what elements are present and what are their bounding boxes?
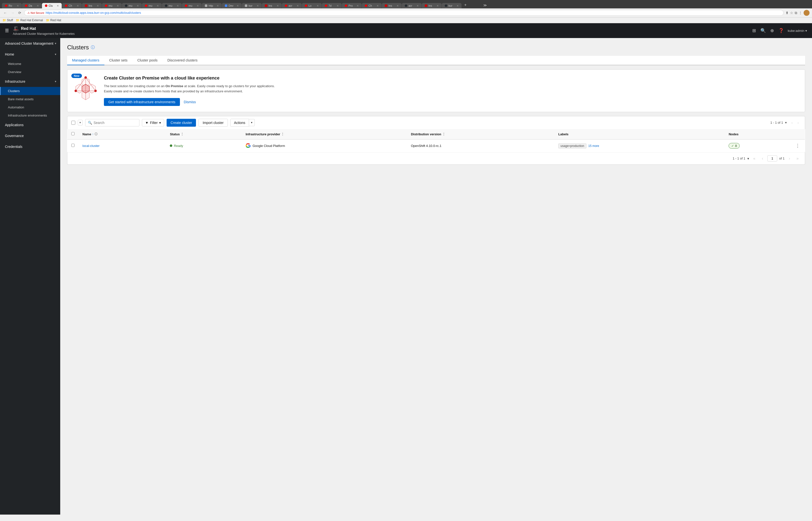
browser-tab[interactable]: Lo✕ xyxy=(302,3,321,8)
browser-tab[interactable]: Ins✕ xyxy=(262,3,282,8)
refresh-button[interactable]: ⟳ xyxy=(17,10,22,15)
row-checkbox[interactable] xyxy=(71,144,74,147)
select-all-checkbox[interactable] xyxy=(71,121,75,125)
browser-tab[interactable]: mu✕ xyxy=(122,3,142,8)
browser-tab[interactable]: mu✕ xyxy=(102,3,122,8)
search-nav-icon[interactable]: 🔍 xyxy=(760,28,766,33)
th-provider-options[interactable]: ⋮ xyxy=(281,132,284,136)
search-input[interactable] xyxy=(94,121,137,125)
banner-body-1: The best solution for creating cluster o… xyxy=(104,84,165,88)
actions-button[interactable]: Actions xyxy=(230,119,249,127)
sidebar-nav-label: Advanced Cluster Management xyxy=(5,42,53,45)
sidebar-item-bare-metal[interactable]: Bare metal assets xyxy=(0,95,60,103)
cluster-name-link[interactable]: local-cluster xyxy=(82,144,99,148)
brand-subtitle: Advanced Cluster Management for Kubernet… xyxy=(13,32,74,36)
sidebar-item-automation[interactable]: Automation xyxy=(0,103,60,111)
sidebar-governance-header[interactable]: Governance xyxy=(0,130,60,141)
sidebar: Advanced Cluster Management ▾ Home ▾ Wel… xyxy=(0,38,60,515)
bookmark-redhat[interactable]: 📁 Red Hat xyxy=(46,19,61,22)
label-more[interactable]: 15 more xyxy=(588,144,599,148)
bottom-toolbar: 1 - 1 of 1 ▾ « ‹ of 1 › » xyxy=(67,152,805,165)
browser-tab[interactable]: Dev✕ xyxy=(222,3,242,8)
page-title: Clusters xyxy=(67,44,89,51)
share-icon[interactable]: ⬆ xyxy=(786,11,789,15)
plus-circle-icon[interactable]: ⊕ xyxy=(770,28,774,33)
col-options-icon[interactable]: ⓘ xyxy=(95,132,97,136)
sort-icon[interactable]: ↑ xyxy=(92,133,94,136)
more-tools-icon[interactable]: ⋮ xyxy=(799,11,802,15)
tab-discovered-clusters[interactable]: Discovered clusters xyxy=(162,56,202,65)
browser-tab-active[interactable]: Clu✕ xyxy=(42,3,62,8)
tab-cluster-pools[interactable]: Cluster pools xyxy=(132,56,162,65)
sidebar-automation-label: Automation xyxy=(8,106,24,109)
import-cluster-button[interactable]: Import cluster xyxy=(198,119,228,127)
create-cluster-button[interactable]: Create cluster xyxy=(167,119,196,127)
browser-tab[interactable]: Ro✕ xyxy=(2,3,22,8)
th-distribution-options[interactable]: ⋮ xyxy=(442,132,445,136)
profile-icon[interactable] xyxy=(804,10,810,16)
browser-tab[interactable]: http✕ xyxy=(202,3,222,8)
page-help-icon[interactable]: ⓘ xyxy=(91,45,95,50)
filter-button[interactable]: ▼ Filter ▾ xyxy=(142,119,164,127)
row-menu-button[interactable]: ⋮ xyxy=(794,142,801,149)
bookmark-stuff[interactable]: 📁 Stuff xyxy=(2,19,13,22)
browser-tab[interactable]: Ins✕ xyxy=(382,3,402,8)
extensions-icon[interactable]: ⧉ xyxy=(795,11,797,15)
browser-tab[interactable]: mu✕ xyxy=(182,3,201,8)
browser-tab[interactable]: Ins✕ xyxy=(82,3,102,8)
sidebar-applications-header[interactable]: Applications xyxy=(0,119,60,130)
next-page-button[interactable]: › xyxy=(795,119,801,126)
actions-caret-button[interactable]: ▾ xyxy=(249,119,255,126)
pagination-dropdown-icon[interactable]: ▾ xyxy=(785,121,787,124)
browser-tab[interactable]: Ch✕ xyxy=(362,3,382,8)
sidebar-item-clusters[interactable]: Clusters xyxy=(0,87,60,95)
th-status-options[interactable]: ⋮ xyxy=(181,132,184,136)
browser-tab[interactable]: bur✕ xyxy=(442,3,461,8)
browser-tab[interactable]: Ins✕ xyxy=(422,3,441,8)
prev-page-button[interactable]: ‹ xyxy=(789,119,795,126)
hamburger-menu[interactable]: ☰ xyxy=(5,28,9,33)
browser-tab[interactable]: Pro✕ xyxy=(342,3,362,8)
first-page-button[interactable]: « xyxy=(751,155,758,162)
th-status: Status ⋮ xyxy=(166,129,242,139)
header-checkbox[interactable] xyxy=(71,132,74,135)
sidebar-item-welcome[interactable]: Welcome xyxy=(0,60,60,68)
address-bar[interactable]: ⚠ Not Secure https://multicloud-console.… xyxy=(24,10,784,16)
star-icon[interactable]: ☆ xyxy=(790,11,793,15)
browser-tab[interactable]: Da✕ xyxy=(22,3,42,8)
browser-tab[interactable]: mu✕ xyxy=(142,3,162,8)
help-icon[interactable]: ❓ xyxy=(779,28,784,33)
page-number-input[interactable] xyxy=(767,155,777,161)
forward-button[interactable]: → xyxy=(10,10,15,15)
bookmark-redhat-external[interactable]: 📁 Red Hat External xyxy=(16,19,43,22)
back-button[interactable]: ← xyxy=(2,10,8,15)
get-started-button[interactable]: Get started with infrastructure environm… xyxy=(104,98,180,106)
sidebar-item-home[interactable]: Home ▾ xyxy=(0,49,60,60)
grid-icon[interactable]: ⊞ xyxy=(752,28,756,33)
prev-page-button-bottom[interactable]: ‹ xyxy=(760,155,765,162)
browser-tab[interactable]: acr✕ xyxy=(402,3,422,8)
browser-tab[interactable]: bur✕ xyxy=(242,3,262,8)
browser-tab[interactable]: acr✕ xyxy=(282,3,302,8)
user-menu[interactable]: kube:admin ▾ xyxy=(788,29,807,32)
tab-overflow[interactable]: ≫ xyxy=(482,2,488,8)
browser-tab[interactable]: mu✕ xyxy=(162,3,182,8)
tab-cluster-sets[interactable]: Cluster sets xyxy=(104,56,133,65)
provider-name: Google Cloud Platform xyxy=(253,144,285,148)
sidebar-item-infra-env[interactable]: Infrastructure environments xyxy=(0,111,60,119)
app-wrapper: ☰ 🎩 Red Hat Advanced Cluster Management … xyxy=(0,23,812,515)
sidebar-item-overview[interactable]: Overview xyxy=(0,68,60,76)
browser-tab[interactable]: Ch✕ xyxy=(62,3,82,8)
dismiss-button[interactable]: Dismiss xyxy=(184,100,196,104)
browser-tab[interactable]: 7d✕ xyxy=(322,3,341,8)
last-page-button[interactable]: » xyxy=(794,155,801,162)
tab-managed-clusters[interactable]: Managed clusters xyxy=(67,56,104,65)
next-page-button-bottom[interactable]: › xyxy=(787,155,792,162)
bottom-pagination-dropdown-icon[interactable]: ▾ xyxy=(747,157,749,160)
sidebar-nav-header[interactable]: Advanced Cluster Management ▾ xyxy=(0,38,60,49)
browser-tab-new[interactable]: + xyxy=(462,1,481,8)
select-dropdown-button[interactable]: ▾ xyxy=(78,120,83,126)
row-checkbox-cell xyxy=(67,139,79,152)
sidebar-credentials-header[interactable]: Credentials xyxy=(0,141,60,152)
sidebar-infrastructure-header[interactable]: Infrastructure ▾ xyxy=(0,76,60,87)
